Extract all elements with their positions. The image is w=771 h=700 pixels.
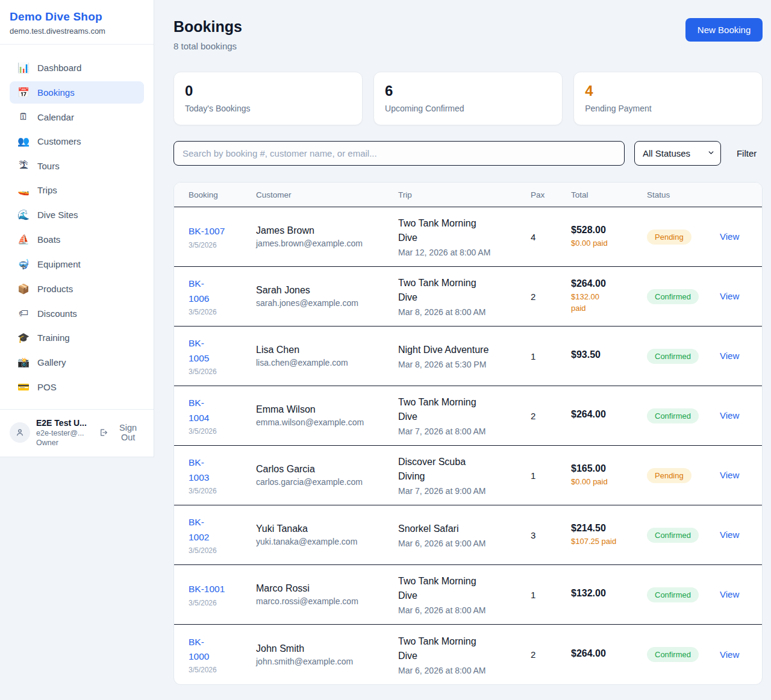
sidebar-nav-item[interactable]: 💳 POS xyxy=(10,376,144,398)
sidebar-nav-item[interactable]: 🗓 Calendar xyxy=(10,106,144,128)
customer-name: Yuki Tanaka xyxy=(256,523,390,534)
total-amount: $165.00 xyxy=(571,463,638,474)
booking-table-row: BK- 1000 3/5/2026 John Smith john.smith@… xyxy=(174,625,762,684)
status-badge: Confirmed xyxy=(647,408,699,423)
nav-item-label: Customers xyxy=(37,136,81,146)
trip-name: Snorkel Safari xyxy=(398,522,522,536)
customer-email: james.brown@example.com xyxy=(256,239,390,248)
status-filter-select[interactable]: All Statuses xyxy=(634,141,721,166)
booking-cell: BK- 1005 3/5/2026 xyxy=(189,336,256,375)
customer-name: James Brown xyxy=(256,225,390,236)
stat-value: 4 xyxy=(585,83,751,99)
trip-cell: Night Dive Adventure Mar 8, 2026 at 5:30… xyxy=(398,343,531,369)
status-cell: Pending xyxy=(647,468,720,483)
sidebar-nav-item[interactable]: 📅 Bookings xyxy=(10,81,144,104)
actions-cell: View xyxy=(720,470,748,481)
sidebar-nav-item[interactable]: 🌊 Dive Sites xyxy=(10,204,144,226)
sidebar-nav-item[interactable]: 📊 Dashboard xyxy=(10,57,144,79)
customer-name: Carlos Garcia xyxy=(256,464,390,475)
booking-id-link[interactable]: BK- 1002 xyxy=(189,515,248,544)
table-body: BK-1007 3/5/2026 James Brown james.brown… xyxy=(174,207,762,684)
booking-id-link[interactable]: BK-1001 xyxy=(189,582,248,596)
nav-item-icon: 📸 xyxy=(17,357,30,368)
actions-cell: View xyxy=(720,410,748,421)
stat-value: 6 xyxy=(385,83,551,99)
actions-cell: View xyxy=(720,589,748,600)
booking-table-row: BK- 1004 3/5/2026 Emma Wilson emma.wilso… xyxy=(174,386,762,446)
sidebar-nav-item[interactable]: 🚤 Trips xyxy=(10,179,144,201)
nav-item-icon: 📦 xyxy=(17,283,30,295)
col-header-pax: Pax xyxy=(531,190,571,199)
trip-cell: Two Tank Morning Dive Mar 8, 2026 at 8:0… xyxy=(398,276,531,317)
booking-created-date: 3/5/2026 xyxy=(189,546,248,555)
booking-id-link[interactable]: BK- 1006 xyxy=(189,277,248,305)
booking-id-link[interactable]: BK- 1003 xyxy=(189,455,248,484)
sidebar-nav-item[interactable]: ⛵ Boats xyxy=(10,228,144,251)
trip-cell: Discover Scuba Diving Mar 7, 2026 at 9:0… xyxy=(398,455,531,496)
status-badge: Confirmed xyxy=(647,349,699,364)
view-booking-link[interactable]: View xyxy=(720,351,739,361)
filter-button[interactable]: Filter xyxy=(731,148,763,158)
booking-id-link[interactable]: BK- 1004 xyxy=(189,396,248,425)
customer-cell: Emma Wilson emma.wilson@example.com xyxy=(256,404,398,427)
status-cell: Confirmed xyxy=(647,587,720,602)
booking-id-link[interactable]: BK- 1000 xyxy=(189,635,248,664)
stat-label: Pending Payment xyxy=(585,104,751,113)
sidebar-nav-item[interactable]: 📸 Gallery xyxy=(10,351,144,373)
sidebar-nav-item[interactable]: 👥 Customers xyxy=(10,130,144,152)
pax-count: 1 xyxy=(531,351,571,361)
view-booking-link[interactable]: View xyxy=(720,291,739,301)
nav-item-icon: 📅 xyxy=(17,87,30,98)
view-booking-link[interactable]: View xyxy=(720,530,739,540)
nav-item-label: Tours xyxy=(37,161,60,171)
nav-item-label: Products xyxy=(37,284,73,294)
logout-icon xyxy=(99,428,108,437)
pax-count: 4 xyxy=(531,232,571,242)
sidebar-nav-item[interactable]: 🏝 Tours xyxy=(10,155,144,177)
view-booking-link[interactable]: View xyxy=(720,470,739,480)
trip-datetime: Mar 7, 2026 at 8:00 AM xyxy=(398,427,522,436)
sidebar-nav-item[interactable]: 🤿 Equipment xyxy=(10,253,144,275)
trip-cell: Two Tank Morning Dive Mar 6, 2026 at 8:0… xyxy=(398,574,531,615)
nav-item-icon: 🏝 xyxy=(17,160,30,171)
total-cell: $264.00 xyxy=(571,409,647,422)
total-cell: $165.00 $0.00 paid xyxy=(571,463,647,488)
status-cell: Confirmed xyxy=(647,408,720,423)
paid-amount: $132.00 paid xyxy=(571,292,638,314)
trip-cell: Two Tank Morning Dive Mar 6, 2026 at 8:0… xyxy=(398,634,531,675)
new-booking-button[interactable]: New Booking xyxy=(685,18,763,42)
sidebar-nav-item[interactable]: 🎓 Training xyxy=(10,327,144,349)
sign-out-button[interactable]: Sign Out xyxy=(99,423,144,442)
booking-table-row: BK-1007 3/5/2026 James Brown james.brown… xyxy=(174,207,762,267)
view-booking-link[interactable]: View xyxy=(720,589,739,599)
stat-card: 4 Pending Payment xyxy=(573,72,763,125)
nav-item-label: Boats xyxy=(37,234,60,245)
booking-cell: BK- 1006 3/5/2026 xyxy=(189,277,256,316)
booking-cell: BK- 1004 3/5/2026 xyxy=(189,396,256,435)
total-cell: $264.00 $132.00 paid xyxy=(571,278,647,314)
booking-table-row: BK-1001 3/5/2026 Marco Rossi marco.rossi… xyxy=(174,565,762,625)
total-amount: $132.00 xyxy=(571,588,638,599)
sidebar: Demo Dive Shop demo.test.divestreams.com… xyxy=(0,0,154,457)
customer-email: lisa.chen@example.com xyxy=(256,358,390,367)
stat-label: Upcoming Confirmed xyxy=(385,104,551,113)
view-booking-link[interactable]: View xyxy=(720,649,739,660)
pax-count: 2 xyxy=(531,292,571,302)
customer-email: sarah.jones@example.com xyxy=(256,298,390,308)
user-role: Owner xyxy=(36,439,93,447)
booking-id-link[interactable]: BK-1007 xyxy=(189,224,248,239)
total-cell: $93.50 xyxy=(571,349,647,363)
trip-cell: Two Tank Morning Dive Mar 7, 2026 at 8:0… xyxy=(398,395,531,436)
view-booking-link[interactable]: View xyxy=(720,231,739,242)
trip-datetime: Mar 6, 2026 at 8:00 AM xyxy=(398,666,522,675)
sidebar-nav-item[interactable]: 📦 Products xyxy=(10,278,144,300)
view-booking-link[interactable]: View xyxy=(720,410,739,420)
nav-item-icon: 🎓 xyxy=(17,332,30,343)
pax-count: 3 xyxy=(531,530,571,540)
nav-item-label: Dive Sites xyxy=(37,210,78,220)
sidebar-nav-item[interactable]: 🏷 Discounts xyxy=(10,302,144,324)
total-amount: $214.50 xyxy=(571,523,638,534)
status-badge: Pending xyxy=(647,230,691,245)
search-input[interactable] xyxy=(173,141,625,166)
booking-id-link[interactable]: BK- 1005 xyxy=(189,336,248,365)
